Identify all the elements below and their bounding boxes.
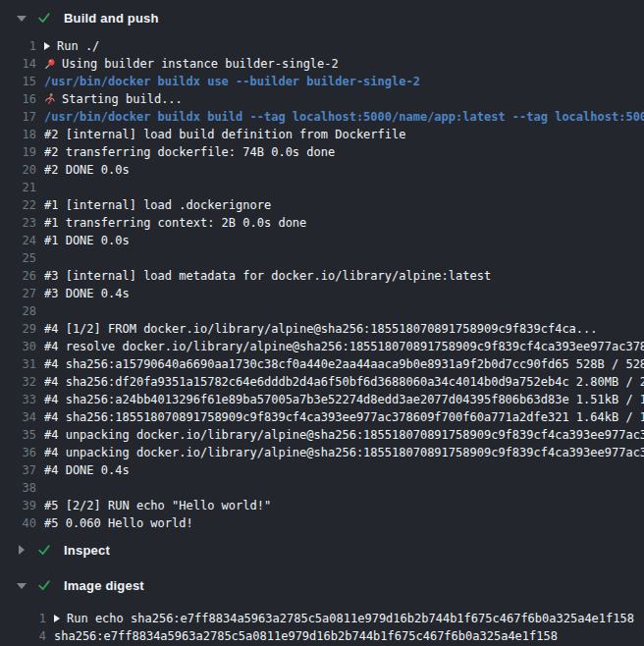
log-text: sha256:e7ff8834a5963a2785c5a0811e979d16b…	[54, 627, 558, 645]
log-text: #3 [internal] load metadata for docker.i…	[44, 267, 491, 285]
log-line: 34#4 sha256:185518070891758909c9f839cf4c…	[0, 408, 644, 426]
log-line: 40#5 0.060 Hello world!	[0, 514, 644, 532]
log-line: 20#2 DONE 0.0s	[0, 161, 644, 179]
log-text: #4 DONE 0.4s	[44, 461, 130, 479]
log-message: #5 [2/2] RUN echo "Hello world!"	[44, 497, 271, 514]
log-block-build-and-push: 1Run ./14Using builder instance builder-…	[0, 35, 644, 532]
log-line: 38	[0, 479, 644, 497]
log-message: #2 [internal] load build definition from…	[44, 126, 405, 143]
log-text: #4 resolve docker.io/library/alpine@sha2…	[44, 338, 644, 355]
log-line: 25	[0, 249, 644, 267]
line-number[interactable]: 4	[0, 627, 46, 645]
log-line: 27#3 DONE 0.4s	[0, 285, 644, 302]
log-text: #2 [internal] load build definition from…	[44, 126, 405, 143]
line-number[interactable]: 26	[0, 267, 36, 285]
line-number[interactable]: 17	[0, 108, 36, 126]
log-message: #4 sha256:a24bb4013296f61e89ba57005a7b3e…	[44, 391, 644, 408]
log-line: 22#1 [internal] load .dockerignore	[0, 196, 644, 214]
line-number[interactable]: 30	[0, 338, 36, 355]
line-number[interactable]: 29	[0, 320, 36, 338]
log-text: #4 unpacking docker.io/library/alpine@sh…	[44, 444, 644, 461]
log-line: 1Run echo sha256:e7ff8834a5963a2785c5a08…	[0, 610, 644, 627]
line-number[interactable]: 38	[0, 479, 36, 497]
line-number[interactable]: 34	[0, 408, 36, 426]
log-text: /usr/bin/docker buildx use --builder bui…	[44, 73, 420, 90]
section-header-inspect[interactable]: Inspect	[0, 532, 644, 567]
log-line: 31#4 sha256:a15790640a6690aa1730c38cf0a4…	[0, 355, 644, 373]
line-number[interactable]: 32	[0, 373, 36, 391]
log-text: #4 sha256:a15790640a6690aa1730c38cf0a440…	[44, 355, 644, 373]
line-number[interactable]: 28	[0, 302, 36, 320]
log-text: #5 0.060 Hello world!	[44, 514, 193, 532]
line-number[interactable]: 36	[0, 444, 36, 461]
log-text: Using builder instance builder-single-2	[44, 55, 339, 73]
line-number[interactable]: 1	[0, 37, 36, 55]
log-line: 29#4 [1/2] FROM docker.io/library/alpine…	[0, 320, 644, 338]
workflow-log-viewer: Build and push1Run ./14Using builder ins…	[0, 0, 644, 646]
chevron-right-icon[interactable]	[17, 545, 27, 555]
line-number[interactable]: 39	[0, 497, 36, 514]
section-title: Image digest	[64, 578, 144, 593]
log-line: 4sha256:e7ff8834a5963a2785c5a0811e979d16…	[0, 627, 644, 645]
log-line: 16Starting build...	[0, 90, 644, 108]
log-text: #1 transferring context: 2B 0.0s done	[44, 214, 306, 232]
expand-run-icon[interactable]	[54, 615, 60, 622]
line-number[interactable]: 27	[0, 285, 36, 302]
line-number[interactable]: 23	[0, 214, 36, 232]
check-icon	[37, 578, 51, 592]
line-number[interactable]: 22	[0, 196, 36, 214]
line-number[interactable]: 24	[0, 232, 36, 249]
line-number[interactable]: 19	[0, 143, 36, 161]
check-icon	[37, 11, 51, 25]
log-message: #2 DONE 0.0s	[44, 161, 130, 179]
line-number[interactable]: 16	[0, 90, 36, 108]
line-number[interactable]: 37	[0, 461, 36, 479]
log-message: #1 DONE 0.0s	[44, 232, 130, 249]
line-number[interactable]: 15	[0, 73, 36, 90]
line-number[interactable]: 1	[0, 610, 46, 627]
log-message: Starting build...	[62, 90, 183, 108]
line-number[interactable]: 33	[0, 391, 36, 408]
log-message: #4 [1/2] FROM docker.io/library/alpine@s…	[44, 320, 598, 338]
log-line: 30#4 resolve docker.io/library/alpine@sh…	[0, 338, 644, 355]
log-line: 19#2 transferring dockerfile: 74B 0.0s d…	[0, 143, 644, 161]
log-line: 35#4 unpacking docker.io/library/alpine@…	[0, 426, 644, 444]
line-number[interactable]: 40	[0, 514, 36, 532]
log-line: 14Using builder instance builder-single-…	[0, 55, 644, 73]
chevron-down-icon[interactable]	[17, 580, 27, 590]
section-header-image-digest[interactable]: Image digest	[0, 567, 644, 603]
line-number[interactable]: 35	[0, 426, 36, 444]
line-number[interactable]: 18	[0, 126, 36, 143]
log-text: #5 [2/2] RUN echo "Hello world!"	[44, 497, 271, 514]
log-text: #4 sha256:a24bb4013296f61e89ba57005a7b3e…	[44, 391, 644, 408]
log-message: #2 transferring dockerfile: 74B 0.0s don…	[44, 143, 335, 161]
log-line: 17/usr/bin/docker buildx build --tag loc…	[0, 108, 644, 126]
log-message: #5 0.060 Hello world!	[44, 514, 193, 532]
log-line: 24#1 DONE 0.0s	[0, 232, 644, 249]
log-line: 39#5 [2/2] RUN echo "Hello world!"	[0, 497, 644, 514]
log-text: Run echo sha256:e7ff8834a5963a2785c5a081…	[54, 610, 634, 627]
log-message: #3 [internal] load metadata for docker.i…	[44, 267, 491, 285]
log-message: Run ./	[57, 37, 99, 55]
log-text: #1 DONE 0.0s	[44, 232, 130, 249]
line-number[interactable]: 31	[0, 355, 36, 373]
log-line: 26#3 [internal] load metadata for docker…	[0, 267, 644, 285]
log-line: 21	[0, 179, 644, 196]
log-message: #1 [internal] load .dockerignore	[44, 196, 271, 214]
log-message: /usr/bin/docker buildx build --tag local…	[44, 108, 644, 126]
section-title: Inspect	[64, 543, 110, 558]
log-text: #4 unpacking docker.io/library/alpine@sh…	[44, 426, 644, 444]
log-message: #4 sha256:a15790640a6690aa1730c38cf0a440…	[44, 355, 644, 373]
log-text: #4 [1/2] FROM docker.io/library/alpine@s…	[44, 320, 598, 338]
line-number[interactable]: 14	[0, 55, 36, 73]
line-number[interactable]: 20	[0, 161, 36, 179]
expand-run-icon[interactable]	[44, 42, 50, 50]
log-message: #4 unpacking docker.io/library/alpine@sh…	[44, 444, 644, 461]
section-header-build-and-push[interactable]: Build and push	[0, 0, 644, 35]
line-number[interactable]: 21	[0, 179, 36, 196]
section-title: Build and push	[64, 11, 159, 26]
log-line: 23#1 transferring context: 2B 0.0s done	[0, 214, 644, 232]
line-number[interactable]: 25	[0, 249, 36, 267]
chevron-down-icon[interactable]	[17, 13, 27, 23]
log-text: #4 sha256:df20fa9351a15782c64e6dddb2d4a6…	[44, 373, 644, 391]
